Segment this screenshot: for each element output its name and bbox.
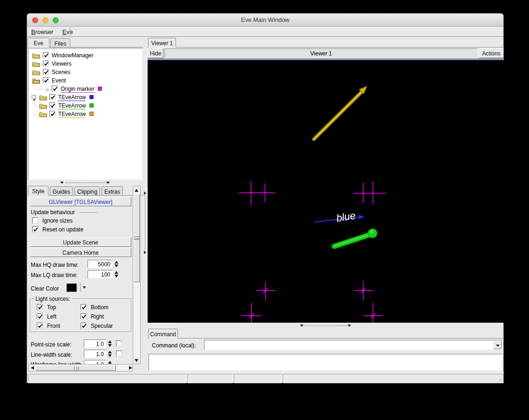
menu-eve[interactable]: Eve (62, 28, 73, 35)
wireframe-value[interactable]: 1.0 (84, 360, 106, 364)
tree-checkbox[interactable] (43, 69, 49, 75)
style-panel: GLViewer [TGLSAViewer] Update behaviour … (28, 196, 133, 364)
spin-down-icon[interactable] (108, 344, 112, 347)
title-bar[interactable]: Eve Main Window (27, 14, 503, 27)
clear-color-dropdown[interactable] (80, 283, 87, 292)
spin-up-icon[interactable] (115, 271, 118, 274)
scroll-up-icon[interactable] (135, 189, 138, 192)
glviewer-button-label: GLViewer [TGLSAViewer] (49, 199, 113, 205)
tree-checkbox[interactable] (49, 94, 55, 100)
command-horizontal-splitter[interactable] (148, 323, 504, 329)
tab-style[interactable]: Style (28, 186, 48, 196)
tree-item-tevearrow-blue[interactable]: TEveArrow (30, 93, 137, 102)
clear-color-swatch[interactable] (66, 283, 77, 292)
left-horizontal-splitter[interactable] (27, 180, 143, 186)
tree-item-windowmanager[interactable]: WindowManager (30, 51, 137, 60)
tree-checkbox[interactable] (43, 52, 49, 58)
command-local-label: Command (local): (152, 342, 196, 349)
tab-eve[interactable]: Eve (27, 38, 49, 47)
tree-item-viewers[interactable]: Viewers (30, 60, 137, 68)
resize-grip-icon[interactable] (496, 376, 503, 385)
tree-guide (34, 114, 39, 115)
spin-down-icon[interactable] (115, 264, 118, 267)
update-behaviour-label: Update behaviour (31, 209, 75, 216)
tree-item-origin-marker[interactable]: Origin marker (30, 85, 137, 93)
splitter-dots (65, 183, 109, 183)
max-lq-value[interactable]: 100 (88, 270, 113, 278)
spin-down-icon[interactable] (115, 275, 118, 278)
tree-checkbox[interactable] (43, 77, 49, 83)
tree-checkbox[interactable] (49, 111, 55, 117)
point-size-value[interactable]: 1.0 (84, 339, 106, 348)
chevron-down-icon (82, 286, 86, 289)
tree-item-label: TEveArrow (58, 94, 86, 101)
light-front-checkbox[interactable] (37, 323, 43, 329)
command-combobox[interactable] (204, 340, 502, 350)
light-specular-checkbox[interactable] (81, 323, 87, 329)
tree-checkbox[interactable] (43, 61, 49, 67)
actions-button[interactable]: Actions (479, 48, 504, 58)
tree-item-label: WindowManager (52, 52, 94, 59)
color-swatch[interactable] (89, 95, 94, 99)
tree-checkbox[interactable] (52, 86, 58, 92)
splitter-dots (305, 325, 347, 326)
tab-viewer-1[interactable]: Viewer 1 (148, 38, 176, 47)
tab-files[interactable]: Files (50, 38, 70, 47)
style-panel-hscrollbar[interactable] (28, 364, 133, 372)
max-hq-value[interactable]: 5000 (88, 260, 113, 268)
tree-guide (34, 106, 39, 106)
light-top-checkbox[interactable] (37, 304, 43, 310)
scroll-left-icon[interactable] (31, 366, 34, 370)
tree-item-scenes[interactable]: Scenes (30, 68, 137, 76)
point-size-checkbox[interactable] (116, 340, 122, 346)
spin-up-icon[interactable] (108, 361, 112, 364)
viewer-tab-strip: Viewer 1 (148, 38, 504, 47)
tab-guides[interactable]: Guides (50, 186, 73, 196)
color-swatch[interactable] (98, 87, 102, 91)
vscrollbar-thumb[interactable] (134, 194, 140, 282)
command-input[interactable] (205, 341, 493, 349)
gl-canvas[interactable]: blue (148, 60, 504, 323)
light-right-checkbox[interactable] (81, 313, 87, 319)
tree-checkbox[interactable] (49, 102, 55, 108)
style-panel-vscrollbar[interactable] (133, 186, 141, 364)
camera-home-button[interactable]: Camera Home (30, 248, 131, 257)
spin-up-icon[interactable] (108, 351, 112, 353)
line-width-checkbox[interactable] (116, 351, 122, 357)
vertical-splitter[interactable] (143, 38, 148, 372)
tree-item-label: TEveArrow (58, 102, 86, 109)
spin-down-icon[interactable] (108, 354, 112, 357)
left-tab-strip: Eve Files (27, 38, 143, 47)
group-rule (80, 212, 97, 213)
tab-extras[interactable]: Extras (102, 186, 123, 196)
tab-clipping[interactable]: Clipping (75, 186, 100, 196)
scene-tree[interactable]: WindowManager Viewers Scenes Event Origi… (28, 48, 142, 180)
light-bottom-checkbox[interactable] (81, 304, 87, 310)
command-output[interactable] (149, 354, 502, 371)
ignore-sizes-checkbox[interactable] (32, 217, 38, 224)
reset-on-update-checkbox[interactable] (32, 226, 38, 232)
scroll-right-icon[interactable] (129, 366, 132, 370)
line-width-value[interactable]: 1.0 (84, 350, 106, 358)
update-scene-button[interactable]: Update Scene (30, 237, 131, 247)
light-front-label: Front (47, 323, 60, 329)
viewer-title-bar[interactable]: Viewer 1 (164, 48, 478, 58)
spin-up-icon[interactable] (108, 340, 112, 343)
tab-command[interactable]: Command (148, 329, 178, 339)
menu-browser[interactable]: Browser (31, 28, 54, 35)
combobox-dropdown-button[interactable] (493, 341, 502, 349)
line-width-label: Line-width scale: (31, 352, 72, 358)
light-left-checkbox[interactable] (37, 313, 43, 319)
color-swatch[interactable] (89, 103, 94, 108)
light-specular-label: Specular (91, 323, 113, 329)
scroll-down-icon[interactable] (135, 359, 138, 362)
glviewer-button[interactable]: GLViewer [TGLSAViewer] (30, 197, 131, 206)
tree-item-tevearrow-green[interactable]: TEveArrow (30, 102, 137, 110)
tree-item-tevearrow-gold[interactable]: TEveArrow (30, 110, 137, 118)
spin-up-icon[interactable] (115, 261, 118, 264)
color-swatch[interactable] (89, 112, 94, 116)
hscrollbar-thumb[interactable] (36, 365, 116, 371)
hide-button[interactable]: Hide (148, 48, 163, 58)
expander-plus-icon[interactable] (32, 95, 36, 99)
tree-item-event[interactable]: Event (30, 76, 137, 85)
